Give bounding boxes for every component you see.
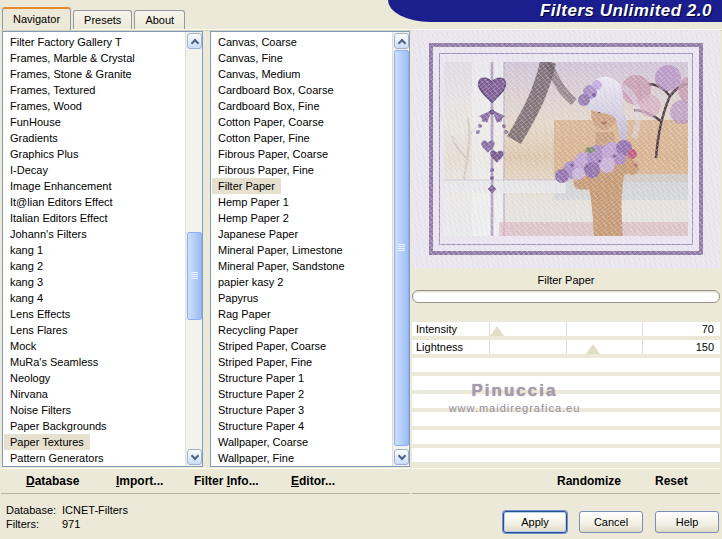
- scroll-up-button[interactable]: [394, 33, 409, 49]
- tab-presets[interactable]: Presets: [73, 10, 132, 30]
- category-list: Filter Factory Gallery TFrames, Marble &…: [4, 34, 184, 464]
- filter-item[interactable]: Cardboard Box, Fine: [212, 98, 391, 114]
- category-item[interactable]: Nirvana: [4, 386, 184, 402]
- randomize-button[interactable]: Randomize: [557, 474, 621, 488]
- category-item[interactable]: kang 1: [4, 242, 184, 258]
- category-item[interactable]: Graphics Plus: [4, 146, 184, 162]
- filter-item[interactable]: Cotton Paper, Coarse: [212, 114, 391, 130]
- filter-list: Canvas, CoarseCanvas, FineCanvas, Medium…: [212, 34, 391, 464]
- chevron-down-icon: [398, 452, 406, 460]
- title-banner: Filters Unlimited 2.0: [388, 0, 722, 22]
- filter-item[interactable]: Fibrous Paper, Fine: [212, 162, 391, 178]
- category-item[interactable]: Lens Effects: [4, 306, 184, 322]
- editor-button[interactable]: Editor...: [291, 474, 335, 488]
- category-item[interactable]: kang 2: [4, 258, 184, 274]
- category-item[interactable]: It@lian Editors Effect: [4, 194, 184, 210]
- slider-thumb[interactable]: [586, 344, 600, 354]
- dialog-footer: Database:ICNET-Filters Filters:971 Apply…: [0, 496, 722, 539]
- filter-item[interactable]: Wallpaper, Fine: [212, 450, 391, 464]
- filter-listbox[interactable]: Canvas, CoarseCanvas, FineCanvas, Medium…: [210, 31, 410, 467]
- preview-panel: Filter Paper Intensity70Lightness150 Pin…: [412, 30, 720, 468]
- preview-image[interactable]: [412, 30, 720, 268]
- filter-item[interactable]: Canvas, Medium: [212, 66, 391, 82]
- scrollbar-thumb[interactable]: [394, 50, 409, 446]
- header: Filters Unlimited 2.0 NavigatorPresetsAb…: [0, 0, 722, 30]
- category-listbox[interactable]: Filter Factory Gallery TFrames, Marble &…: [2, 31, 203, 467]
- category-scrollbar[interactable]: [185, 32, 202, 466]
- category-item[interactable]: Frames, Stone & Granite: [4, 66, 184, 82]
- category-item[interactable]: Image Enhancement: [4, 178, 184, 194]
- scroll-up-button[interactable]: [187, 33, 202, 49]
- category-item[interactable]: I-Decay: [4, 162, 184, 178]
- category-item[interactable]: Lens Flares: [4, 322, 184, 338]
- filter-item[interactable]: Rag Paper: [212, 306, 391, 322]
- cancel-button[interactable]: Cancel: [579, 511, 643, 533]
- filter-item[interactable]: Canvas, Fine: [212, 50, 391, 66]
- category-item[interactable]: Paper Backgrounds: [4, 418, 184, 434]
- filter-item[interactable]: Hemp Paper 2: [212, 210, 391, 226]
- category-item[interactable]: Italian Editors Effect: [4, 210, 184, 226]
- tab-navigator[interactable]: Navigator: [2, 7, 71, 30]
- apply-button[interactable]: Apply: [503, 511, 567, 533]
- lightness-slider[interactable]: Lightness150: [412, 340, 720, 354]
- app-title: Filters Unlimited 2.0: [540, 1, 712, 21]
- slider-value: 150: [696, 341, 714, 353]
- filter-item[interactable]: papier kasy 2: [212, 274, 391, 290]
- filter-item[interactable]: Fibrous Paper, Coarse: [212, 146, 391, 162]
- category-item[interactable]: MuRa's Seamless: [4, 354, 184, 370]
- category-item[interactable]: Filter Factory Gallery T: [4, 34, 184, 50]
- filter-item[interactable]: Cotton Paper, Fine: [212, 130, 391, 146]
- filter-item[interactable]: Recycling Paper: [212, 322, 391, 338]
- slider-label: Lightness: [416, 341, 463, 353]
- tab-bar: NavigatorPresetsAbout: [2, 7, 187, 30]
- filter-item[interactable]: Papyrus: [212, 290, 391, 306]
- category-item[interactable]: Paper Textures: [4, 434, 90, 450]
- filter-item[interactable]: Structure Paper 4: [212, 418, 391, 434]
- filter-item[interactable]: Striped Paper, Coarse: [212, 338, 391, 354]
- database-button[interactable]: Database: [26, 474, 79, 488]
- category-item[interactable]: FunHouse: [4, 114, 184, 130]
- filter-item[interactable]: Japanese Paper: [212, 226, 391, 242]
- filter-item[interactable]: Structure Paper 1: [212, 370, 391, 386]
- category-item[interactable]: Frames, Textured: [4, 82, 184, 98]
- scroll-down-button[interactable]: [394, 449, 409, 465]
- category-item[interactable]: Gradients: [4, 130, 184, 146]
- category-item[interactable]: Noise Filters: [4, 402, 184, 418]
- filter-item[interactable]: Cardboard Box, Coarse: [212, 82, 391, 98]
- filter-item[interactable]: Structure Paper 2: [212, 386, 391, 402]
- category-item[interactable]: Mock: [4, 338, 184, 354]
- import-button[interactable]: Import...: [116, 474, 163, 488]
- category-item[interactable]: kang 3: [4, 274, 184, 290]
- category-item[interactable]: Frames, Marble & Crystal: [4, 50, 184, 66]
- scroll-down-button[interactable]: [187, 449, 202, 465]
- database-label: Database:: [6, 504, 62, 516]
- category-item[interactable]: Pattern Generators: [4, 450, 184, 464]
- reset-button[interactable]: Reset: [655, 474, 688, 488]
- filter-item[interactable]: Striped Paper, Fine: [212, 354, 391, 370]
- database-value: ICNET-Filters: [62, 504, 128, 516]
- filters-label: Filters:: [6, 518, 62, 530]
- empty-slider-row: [412, 412, 720, 426]
- filter-scrollbar[interactable]: [392, 32, 409, 466]
- watermark-text: Pinuccia: [422, 381, 607, 401]
- filter-item[interactable]: Filter Paper: [212, 178, 281, 194]
- category-item[interactable]: Neology: [4, 370, 184, 386]
- filter-info-button[interactable]: Filter Info...: [194, 474, 259, 488]
- filter-item[interactable]: Wallpaper, Coarse: [212, 434, 391, 450]
- scrollbar-thumb[interactable]: [187, 232, 202, 320]
- filters-value: 971: [62, 518, 80, 530]
- filter-item[interactable]: Hemp Paper 1: [212, 194, 391, 210]
- filter-item[interactable]: Mineral Paper, Sandstone: [212, 258, 391, 274]
- help-button[interactable]: Help: [655, 511, 719, 533]
- category-item[interactable]: kang 4: [4, 290, 184, 306]
- intensity-slider[interactable]: Intensity70: [412, 322, 720, 336]
- category-item[interactable]: Frames, Wood: [4, 98, 184, 114]
- filter-item[interactable]: Canvas, Coarse: [212, 34, 391, 50]
- category-item[interactable]: Johann's Filters: [4, 226, 184, 242]
- tab-about[interactable]: About: [134, 10, 185, 30]
- filter-item[interactable]: Structure Paper 3: [212, 402, 391, 418]
- slider-thumb[interactable]: [490, 326, 504, 336]
- empty-slider-row: [412, 430, 720, 444]
- filter-item[interactable]: Mineral Paper, Limestone: [212, 242, 391, 258]
- preview-toolbar: Randomize Reset: [412, 468, 720, 494]
